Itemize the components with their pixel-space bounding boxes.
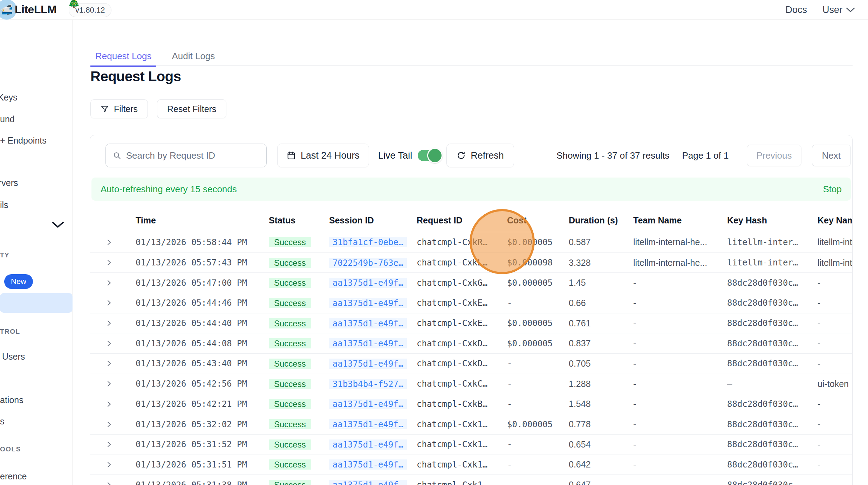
sidebar-item-active-logs[interactable] (0, 293, 73, 313)
row-key-hash: – (721, 379, 811, 389)
row-expander-icon[interactable] (90, 400, 129, 408)
session-id-link[interactable]: aa1375d1-e49f… (329, 318, 407, 328)
live-tail-toggle[interactable] (418, 150, 440, 161)
row-request-id: chatcmpl-CxkG… (410, 278, 501, 288)
row-key-name: - (811, 318, 852, 328)
row-expander-icon[interactable] (90, 299, 129, 307)
row-key-hash: 88dc28d0f030c… (721, 278, 811, 288)
sidebar-item-keys[interactable]: Keys (0, 92, 18, 103)
filters-button[interactable]: Filters (90, 99, 148, 118)
row-time: 01/13/2026 05:44:08 PM (129, 339, 262, 348)
session-id-link[interactable]: 31b3b4b4-f527… (329, 379, 407, 389)
session-id-link[interactable]: aa1375d1-e49f… (329, 480, 407, 485)
row-key-name: - (811, 298, 852, 308)
toggle-knob (427, 148, 443, 163)
sidebar-section-observability: TY (0, 251, 9, 259)
search-input[interactable] (126, 150, 259, 161)
topnav: Docs User (785, 0, 855, 20)
train-emoji-icon: 🚅 (1, 4, 13, 15)
row-cost: - (501, 480, 562, 485)
session-id-link[interactable]: aa1375d1-e49f… (329, 278, 407, 288)
session-id-link[interactable]: aa1375d1-e49f… (329, 399, 407, 409)
sidebar-item-servers[interactable]: rvers (0, 178, 18, 188)
row-expander-icon[interactable] (90, 319, 129, 327)
row-session-cell: 31b3b4b4-f527… (323, 379, 410, 389)
session-id-link[interactable]: 7022549b-763e… (329, 258, 407, 268)
time-range-label: Last 24 Hours (301, 150, 360, 161)
sidebar-item-users[interactable]: Users (2, 352, 25, 362)
column-header-key-hash: Key Hash (721, 215, 811, 226)
table-row: 01/13/2026 05:44:08 PMSuccessaa1375d1-e4… (90, 333, 852, 353)
row-duration: 0.837 (562, 338, 627, 348)
status-badge: Success (269, 439, 311, 450)
session-id-link[interactable]: aa1375d1-e49f… (329, 419, 407, 429)
row-key-hash: litellm-inter… (721, 258, 811, 268)
reset-filters-button[interactable]: Reset Filters (157, 99, 226, 118)
sidebar-collapse-chevron-icon[interactable] (51, 221, 64, 230)
row-team-name: - (627, 359, 721, 369)
sidebar-item-endpoints[interactable]: + Endpoints (0, 136, 47, 146)
stop-auto-refresh-button[interactable]: Stop (823, 184, 842, 195)
tab-request-logs[interactable]: Request Logs (90, 47, 156, 67)
table-row: 01/13/2026 05:31:51 PMSuccessaa1375d1-e4… (90, 455, 852, 475)
row-request-id: chatcmpl-CxkB… (410, 399, 501, 409)
row-status-cell: Success (262, 379, 323, 389)
column-header-duration-s-: Duration (s) (562, 215, 627, 226)
session-id-link[interactable]: aa1375d1-e49f… (329, 359, 407, 369)
sidebar-item-organizations[interactable]: ations (0, 395, 23, 405)
row-duration: 0.761 (562, 318, 627, 328)
row-expander-icon[interactable] (90, 359, 129, 368)
session-id-link[interactable]: aa1375d1-e49f… (329, 298, 407, 308)
session-id-link[interactable]: 31bfa1cf-0ebe… (329, 237, 407, 247)
row-cost: $0.000005 (501, 237, 562, 247)
row-duration: 0.647 (562, 480, 627, 485)
sidebar-item-playground[interactable]: und (0, 114, 15, 124)
row-expander-icon[interactable] (90, 339, 129, 348)
row-expander-icon[interactable] (90, 420, 129, 429)
time-range-button[interactable]: Last 24 Hours (277, 144, 369, 167)
row-key-name: - (811, 480, 852, 485)
row-status-cell: Success (262, 399, 323, 409)
row-time: 01/13/2026 05:44:46 PM (129, 298, 262, 308)
row-session-cell: aa1375d1-e49f… (323, 338, 410, 348)
row-expander-icon[interactable] (90, 279, 129, 287)
row-key-name: - (811, 338, 852, 348)
session-id-link[interactable]: aa1375d1-e49f… (329, 439, 407, 450)
next-page-button[interactable]: Next (812, 145, 851, 166)
row-expander-icon[interactable] (90, 440, 129, 449)
row-time: 01/13/2026 05:32:02 PM (129, 420, 262, 429)
row-session-cell: aa1375d1-e49f… (323, 318, 410, 328)
sidebar-item-guardrails[interactable]: ils (0, 200, 8, 210)
user-menu[interactable]: User (822, 5, 855, 15)
row-session-cell: 31bfa1cf-0ebe… (323, 237, 410, 247)
row-expander-icon[interactable] (90, 481, 129, 485)
sidebar-item-reference[interactable]: erence (0, 471, 27, 481)
auto-refresh-message: Auto-refreshing every 15 seconds (101, 184, 237, 195)
session-id-link[interactable]: aa1375d1-e49f… (329, 459, 407, 470)
tab-audit-logs[interactable]: Audit Logs (167, 47, 220, 67)
sidebar-item-teams[interactable]: s (0, 416, 5, 427)
row-duration: 0.705 (562, 359, 627, 369)
row-request-id: chatcmpl-CxkC… (410, 379, 501, 389)
row-time: 01/13/2026 05:47:00 PM (129, 278, 262, 288)
row-expander-icon[interactable] (90, 460, 129, 469)
status-badge: Success (269, 379, 311, 389)
row-time: 01/13/2026 05:57:43 PM (129, 258, 262, 268)
table-header-row: TimeStatusSession IDRequest IDCostDurati… (90, 209, 852, 232)
row-cost: - (501, 359, 562, 368)
row-duration: 1.45 (562, 278, 627, 288)
row-expander-icon[interactable] (90, 238, 129, 247)
search-icon (113, 151, 121, 160)
row-team-name: - (627, 338, 721, 348)
status-badge: Success (269, 258, 311, 268)
docs-link[interactable]: Docs (785, 5, 807, 15)
row-expander-icon[interactable] (90, 380, 129, 388)
refresh-button[interactable]: Refresh (446, 144, 514, 167)
previous-page-button[interactable]: Previous (747, 145, 801, 166)
row-team-name: litellm-internal-he... (627, 258, 721, 268)
session-id-link[interactable]: aa1375d1-e49f… (329, 338, 407, 348)
row-time: 01/13/2026 05:58:44 PM (129, 237, 262, 247)
status-badge: Success (269, 399, 311, 409)
row-cost: - (501, 460, 562, 470)
row-expander-icon[interactable] (90, 258, 129, 267)
